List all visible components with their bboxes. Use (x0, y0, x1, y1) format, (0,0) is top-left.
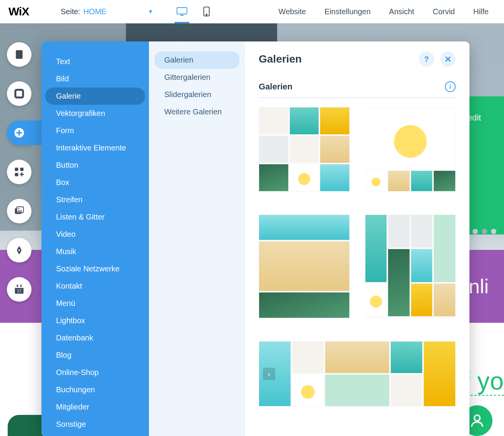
help-button[interactable]: ? (419, 51, 434, 67)
page-selector-label: Seite: (61, 7, 80, 16)
stage-slider-dots[interactable] (473, 229, 496, 234)
pen-icon (13, 244, 25, 256)
cat-galerie[interactable]: Galerie (45, 88, 145, 105)
slider-prev-icon[interactable]: ‹ (263, 368, 275, 380)
wix-logo[interactable]: WiX (0, 5, 50, 18)
menu-einstellungen[interactable]: Einstellungen (325, 7, 371, 16)
svg-text:17: 17 (17, 289, 21, 293)
apps-icon (13, 166, 25, 178)
cat-sonstige[interactable]: Sonstige (45, 416, 145, 433)
svg-point-18 (18, 249, 20, 251)
cat-online-shop[interactable]: Online-Shop (45, 364, 145, 381)
cat-datenbank[interactable]: Datenbank (45, 329, 145, 347)
slider-dot[interactable] (473, 229, 478, 234)
section-title: Galerien (259, 82, 292, 92)
svg-rect-16 (17, 207, 24, 213)
svg-rect-21 (17, 285, 18, 287)
top-bar: WiX Seite: HOME ▼ Website Einstellungen … (0, 0, 504, 23)
cat-box[interactable]: Box (45, 174, 145, 191)
menu-hilfe[interactable]: Hilfe (473, 7, 489, 16)
bookings-button[interactable]: 17 (7, 277, 31, 302)
mobile-view-button[interactable] (200, 4, 213, 19)
svg-rect-5 (17, 52, 21, 53)
add-element-panel: Text Bild Galerie Vektorgrafiken Form In… (41, 41, 469, 436)
cat-blog[interactable]: Blog (45, 347, 145, 364)
svg-rect-1 (177, 8, 187, 14)
svg-point-3 (206, 14, 207, 15)
desktop-icon (176, 7, 188, 17)
svg-rect-7 (17, 56, 21, 57)
svg-rect-20 (15, 286, 24, 288)
cat-buchungen[interactable]: Buchungen (45, 381, 145, 398)
background-icon (13, 88, 25, 99)
media-button[interactable] (7, 199, 31, 223)
page-selector[interactable]: Seite: HOME ▼ (50, 0, 164, 23)
sub-weitere-galerien[interactable]: Weitere Galerien (154, 103, 240, 121)
gallery-template-slider[interactable]: ‹ (259, 341, 456, 406)
cat-listen-gitter[interactable]: Listen & Gitter (45, 208, 145, 226)
help-icon: ? (424, 55, 429, 64)
panel-header: Galerien ? (245, 41, 469, 74)
desktop-view-button[interactable] (175, 4, 188, 19)
gallery-thumbnails: ‹ (259, 107, 456, 406)
calendar-icon: 17 (13, 284, 25, 295)
cat-kontakt[interactable]: Kontakt (45, 277, 145, 295)
svg-rect-11 (17, 132, 22, 134)
gallery-template-stacked[interactable] (259, 215, 350, 318)
sub-gittergalerien[interactable]: Gittergalerien (154, 69, 240, 86)
slider-dot[interactable] (491, 229, 496, 234)
cat-text[interactable]: Text (45, 53, 145, 70)
top-menu: Website Einstellungen Ansicht Corvid Hil… (279, 7, 504, 16)
cat-button[interactable]: Button (45, 157, 145, 174)
plus-icon (13, 127, 25, 139)
menu-website[interactable]: Website (279, 7, 306, 16)
slider-dot[interactable] (482, 229, 487, 234)
cat-menue[interactable]: Menü (45, 295, 145, 312)
person-icon (469, 413, 485, 429)
subcategory-column: Galerien Gittergalerien Slidergalerien W… (149, 41, 245, 436)
cat-lightbox[interactable]: Lightbox (45, 312, 145, 329)
blog-button[interactable] (7, 238, 31, 263)
pages-icon (13, 49, 25, 60)
apps-button[interactable] (7, 160, 31, 184)
info-icon: i (449, 83, 451, 90)
category-column: Text Bild Galerie Vektorgrafiken Form In… (41, 41, 149, 436)
panel-scroll[interactable]: Galerien i (245, 74, 469, 436)
info-button[interactable]: i (445, 81, 456, 92)
svg-point-0 (474, 415, 480, 421)
svg-rect-6 (17, 54, 21, 55)
cat-video[interactable]: Video (45, 226, 145, 243)
close-icon (445, 56, 451, 63)
sub-galerien[interactable]: Galerien (154, 51, 240, 69)
cat-bild[interactable]: Bild (45, 70, 145, 88)
cat-soziale-netzwerke[interactable]: Soziale Netzwerke (45, 260, 145, 277)
device-toggle (164, 0, 225, 23)
background-button[interactable] (7, 81, 31, 106)
add-element-button[interactable] (7, 121, 31, 145)
media-icon (13, 205, 25, 217)
close-panel-button[interactable] (440, 51, 456, 67)
cat-mitglieder[interactable]: Mitglieder (45, 398, 145, 416)
svg-rect-8 (15, 90, 23, 97)
cat-interaktive-elemente[interactable]: Interaktive Elemente (45, 139, 145, 157)
page-selector-value: HOME (83, 7, 106, 16)
mobile-icon (203, 6, 210, 17)
sub-slidergalerien[interactable]: Slidergalerien (154, 86, 240, 103)
cat-vektorgrafiken[interactable]: Vektorgrafiken (45, 105, 145, 122)
panel-content: Galerien ? Galerien i (245, 41, 469, 436)
cat-form[interactable]: Form (45, 122, 145, 139)
gallery-template-masonry[interactable] (365, 215, 456, 318)
gallery-template-hero-thumbs[interactable] (365, 107, 456, 192)
svg-rect-13 (20, 168, 24, 171)
left-tool-rail: 17 (7, 42, 31, 302)
svg-rect-12 (15, 168, 18, 171)
menu-ansicht[interactable]: Ansicht (389, 7, 415, 16)
cat-musik[interactable]: Musik (45, 243, 145, 260)
chevron-down-icon: ▼ (148, 8, 153, 15)
section-header: Galerien i (259, 76, 456, 98)
menu-corvid[interactable]: Corvid (433, 7, 455, 16)
gallery-template-grid-3x3[interactable] (259, 107, 350, 192)
panel-title: Galerien (259, 53, 302, 65)
pages-button[interactable] (7, 42, 31, 67)
cat-streifen[interactable]: Streifen (45, 191, 145, 208)
